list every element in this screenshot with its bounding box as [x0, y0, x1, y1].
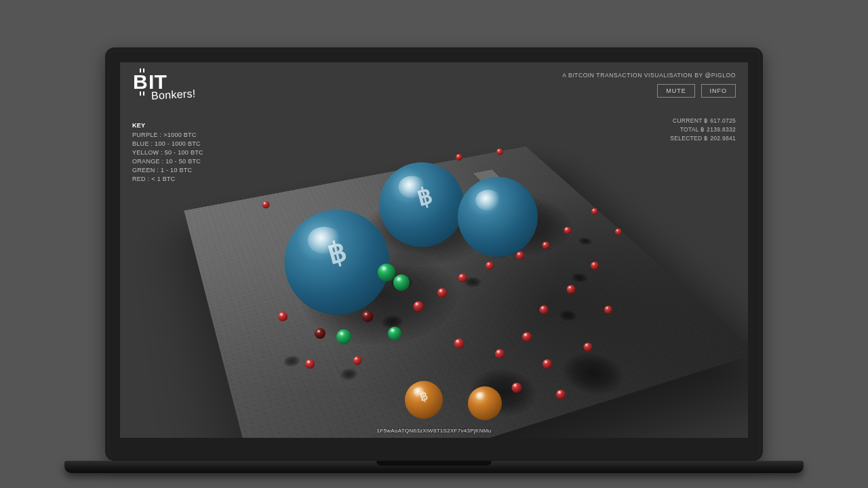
ball-shadow: [461, 275, 485, 289]
ball-shadow: [576, 236, 595, 246]
ball-shadow: [556, 308, 580, 323]
ball-shadow: [460, 362, 549, 424]
laptop-base: [64, 461, 804, 473]
ball-shadow: [281, 353, 302, 369]
ball-shadow: [338, 366, 360, 382]
block-cube[interactable]: 466793: [473, 159, 502, 173]
ball-shadow: [568, 272, 591, 285]
laptop-screen: BIT Bonkers! KEY PURPLE : >1000 BTC BLUE…: [120, 62, 748, 438]
app-root: BIT Bonkers! KEY PURPLE : >1000 BTC BLUE…: [120, 62, 748, 438]
selected-address: 1F5wAoATQN63zXiW8T1S2XF7v43PjKNMu: [377, 428, 492, 434]
ball-shadow: [551, 347, 635, 401]
trackpad-notch: [376, 461, 492, 466]
laptop-frame: BIT Bonkers! KEY PURPLE : >1000 BTC BLUE…: [105, 47, 763, 461]
scene-3d[interactable]: 466793: [120, 62, 748, 438]
transaction-plate[interactable]: 466793: [184, 146, 748, 438]
